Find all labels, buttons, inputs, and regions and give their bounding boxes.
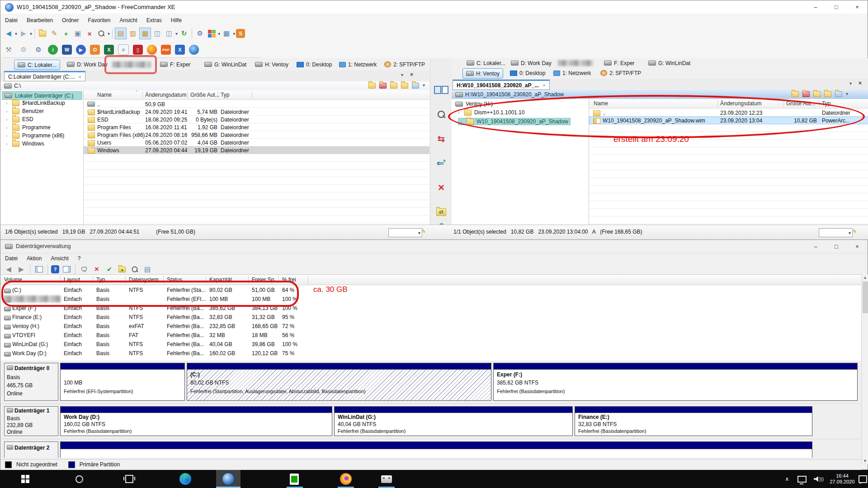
fc-minimize-icon[interactable]: – [805,0,826,14]
fc-menu-favoriten[interactable]: Favoriten [88,17,110,23]
drive-tab-g[interactable]: G: WinLinDat [201,60,250,69]
start-button[interactable] [14,470,36,488]
media-player-icon[interactable]: ▶ [76,45,86,55]
screwdriver-icon[interactable]: ⚙ [18,44,29,55]
folder-up-icon[interactable] [390,83,397,89]
delete-icon[interactable]: × [84,28,95,39]
wrench-icon[interactable]: ⚒ [3,44,14,55]
tree-item-windows[interactable]: ›Windows [6,141,44,147]
drive-tab-f-right[interactable]: F: Exper [601,58,637,68]
split-vertical-icon[interactable]: ◫ [164,28,175,39]
delete-selected-icon[interactable]: × [434,180,448,195]
drive-tab-c[interactable]: C: Lokaler... [14,60,60,70]
disk0-label[interactable]: Datenträger 0 Basis 465,75 GB Online [4,363,58,401]
drive-tab-sftp[interactable]: 2: SFTP/FTP [381,60,428,69]
tree-item-programme-x86[interactable]: ›Programme (x86) [6,132,64,139]
file-row[interactable]: Users 05.06.2020 07:02 4,04 GB Dateiordn… [84,139,429,146]
file-row[interactable]: $HardLinkBackup 24.09.2020 19:41 5,74 MB… [84,108,429,116]
fc-menu-datei[interactable]: Datei [5,17,18,23]
drive-tab-g-right[interactable]: G: WinLinDat [645,58,693,68]
dm-minimize-icon[interactable]: – [805,240,826,253]
file-row-selected[interactable]: Windows 27.09.2020 04:44 19,19 GB Dateio… [84,146,429,154]
split-horizontal-icon[interactable]: ◫ [152,28,163,39]
dm-panel-icon[interactable] [33,264,44,275]
copy-file-icon[interactable]: ▣ [72,28,83,39]
dm-maximize-icon[interactable]: □ [826,240,847,253]
fc-menu-extras[interactable]: Extras [146,17,162,23]
copy-path-icon[interactable] [412,83,419,89]
drive-tab-c-right[interactable]: C: Lokaler... [463,58,509,68]
fc-left-list-header[interactable]: Name ˆ Änderungsdatum Größe Aut... Typ [84,90,429,100]
fc-menu-ordner[interactable]: Ordner [62,17,79,23]
drive-tab-d[interactable]: D: Work Day [64,60,111,69]
left-filter-icon[interactable]: ϟ [422,228,425,235]
fc-maximize-icon[interactable]: □ [826,0,847,14]
disk0-partition-f[interactable]: Exper (F:) 385,62 GB NTFS Fehlerfrei (Ba… [493,363,858,401]
fc-close-icon[interactable]: × [847,0,868,14]
disk1-label[interactable]: Datenträger 1 Basis 232,89 GB Online [4,406,58,436]
dual-panel-icon[interactable] [434,83,448,97]
task-view-icon[interactable] [118,470,140,488]
disk1-partition-g[interactable]: WinLinDat (G:) 40,04 GB NTFS Fehlerfrei … [334,406,573,436]
right-filter-combo[interactable]: ▾ [819,228,853,237]
editor-dropdown-icon[interactable]: ▾ [233,31,235,36]
editor-icon[interactable]: ▦ [221,28,232,39]
fc-left-file-tab[interactable]: C:Lokaler Datenträger (C:... × [4,71,85,81]
folder-root-icon[interactable] [401,83,408,89]
search-files-icon[interactable] [96,28,107,39]
dm-check-doc-icon[interactable]: ✔ [104,264,115,275]
folder-recent-icon[interactable] [368,83,376,89]
drive-tab-netzwerk-right[interactable]: 1: Netzwerk [550,68,594,78]
preview-search-icon[interactable] [434,107,448,122]
left-panel-dropdown-icon[interactable]: ▾ [401,72,403,77]
dm-menu-help[interactable]: ? [78,255,81,262]
dm-close-icon[interactable]: × [847,240,868,253]
volume-row-workday[interactable]: Work Day (D:)Einfach BasisNTFS Fehlerfre… [0,349,861,358]
scroll-up-icon[interactable]: ▲ [863,275,867,280]
settings-icon[interactable]: ⚙ [194,28,205,39]
disk-tool-taskbar-icon[interactable] [376,470,397,488]
shadow-tool-icon[interactable]: S [236,29,245,38]
right-panel-close-icon[interactable]: × [859,80,862,86]
fc-menu-bearbeiten[interactable]: Bearbeiten [27,17,53,23]
disk2-label[interactable]: Datenträger 2 [4,441,58,458]
folder-favorite-icon[interactable] [379,83,387,89]
drive-tab-sftp-right[interactable]: 2: SFTP/FTP [597,68,644,78]
copy-path-icon[interactable] [835,91,842,97]
scroll-thumb[interactable] [863,282,868,313]
gear-blue-icon[interactable]: ⚙ [33,44,44,55]
x-blue-icon[interactable]: X [175,45,185,55]
windows-tools-dropdown-icon[interactable]: ▾ [218,31,220,36]
tree-item-benutzer[interactable]: ›Benutzer [6,108,44,114]
tray-chevron-icon[interactable]: ∧ [781,470,793,488]
firefox-taskbar-icon[interactable] [335,470,357,488]
folder-history-icon[interactable] [37,28,48,39]
tray-clock[interactable]: 16:4427.09.2020 [828,470,856,488]
drive-tab-h[interactable]: H: Ventoy [252,60,292,69]
dm-scrollbar[interactable]: ▲ ▼ [861,274,868,464]
folder-favorite-icon[interactable] [802,91,810,97]
info-icon[interactable]: i [48,45,58,55]
left-filter-combo[interactable]: ▾ [388,228,422,237]
folder-root-icon[interactable] [824,91,831,97]
edge-icon[interactable] [175,470,196,488]
tree-view-toggle-icon[interactable]: ▤ [115,28,127,39]
right-filter-icon[interactable]: ϟ [853,228,856,235]
firefox-icon[interactable] [147,45,157,55]
freecommander-taskbar-icon[interactable] [216,470,241,488]
orange-app-icon[interactable]: O [90,45,100,55]
notepad-icon[interactable]: ≡ [118,44,129,55]
scroll-down-icon[interactable]: ▼ [863,459,867,463]
tree-item-programme[interactable]: ›Programme [6,124,51,131]
dm-help-icon[interactable]: ? [51,265,59,273]
tray-network-icon[interactable] [795,470,809,488]
dm-console-icon[interactable]: 🗨 [79,264,90,275]
browser-icon[interactable] [189,45,199,55]
dm-search-icon[interactable] [129,264,140,275]
excel-icon[interactable]: X [104,45,114,55]
dm-menu-aktion[interactable]: Aktion [27,255,42,262]
tree-item-hardlinkbackup[interactable]: ›$HardLinkBackup [6,100,65,106]
forward-dropdown-icon[interactable]: ▾ [30,31,32,36]
tools-dropdown-icon[interactable]: ▾ [108,31,110,36]
new-file-icon[interactable]: + [61,28,71,39]
